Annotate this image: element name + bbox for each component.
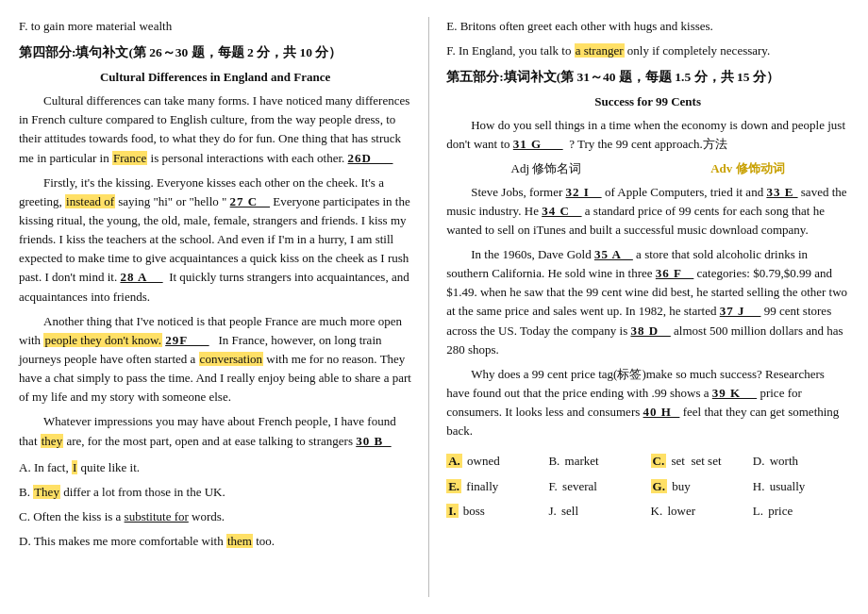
left-column: F. to gain more material wealth 第四部分:填句补… xyxy=(19,17,429,597)
right-column: E. Britons often greet each other with h… xyxy=(429,17,849,597)
opt-e-letter: E. xyxy=(446,479,461,493)
blank-40h: 40 H xyxy=(643,405,680,419)
options-container: A. owned B. market C. set set set D. wor… xyxy=(446,450,849,522)
opt-b: B. They differ a lot from those in the U… xyxy=(19,483,411,502)
opt-i-item: I. boss xyxy=(446,500,542,522)
adj-label: Adj 修饰名词 xyxy=(511,160,582,177)
blank-34c: 34 C xyxy=(542,204,581,218)
blank-33e: 33 E xyxy=(766,185,797,199)
opt-d: D. This makes me more comfortable with t… xyxy=(19,532,411,551)
blank-36f: 36 F xyxy=(656,266,693,280)
opt-f-letter: F. xyxy=(548,479,557,493)
instead-of-highlight: instead of xyxy=(65,194,115,208)
opt-g-item: G. buy xyxy=(651,475,747,497)
opt-d-letter: D. xyxy=(753,454,765,468)
blank-38d: 38 D xyxy=(630,324,670,338)
blank-26d: 26D___ xyxy=(348,151,393,165)
para1: Cultural differences can take many forms… xyxy=(19,91,411,168)
france-highlight: France xyxy=(112,151,147,165)
right-para1: How do you sell things in a time when th… xyxy=(446,116,849,154)
opt-h-item: H. usually xyxy=(753,475,849,497)
opt-l-letter: L. xyxy=(753,504,763,518)
right-para3: In the 1960s, Dave Gold 35 A a store tha… xyxy=(446,245,849,359)
opt-j-letter: J. xyxy=(548,504,556,518)
article1-title: Cultural Differences in England and Fran… xyxy=(19,68,411,87)
opt-b-they-highlight: They xyxy=(33,485,60,499)
section4-header: 第四部分:填句补文(第 26～30 题，每题 2 分，共 10 分） xyxy=(19,43,411,63)
para2: Firstly, it's the kissing. Everyone kiss… xyxy=(19,174,411,307)
blank-28a: 28 A xyxy=(120,270,162,284)
opt-a-item: A. owned xyxy=(446,450,542,472)
right-e-item: E. Britons often greet each other with h… xyxy=(446,17,849,36)
adv-label: Adv 修饰动词 xyxy=(710,160,784,177)
people-highlight: people they don't know. xyxy=(43,333,162,347)
stranger-highlight: a stranger xyxy=(575,43,625,58)
opt-a: A. In fact, I quite like it. xyxy=(19,458,411,477)
opt-i-letter: I. xyxy=(446,504,458,518)
opt-a-letter: A. xyxy=(446,454,462,468)
blank-39k: 39 K xyxy=(712,386,757,400)
substitute-underline: substitute for xyxy=(125,509,189,523)
opt-d-item: D. worth xyxy=(753,450,849,472)
para4: Whatever impressions you may have about … xyxy=(19,412,411,450)
they-highlight: they xyxy=(41,434,63,448)
opt-f-item: F. several xyxy=(548,475,644,497)
opt-k-item: K. lower xyxy=(651,500,747,522)
blank-30b: 30 B xyxy=(356,434,391,448)
opt-c-letter: C. xyxy=(651,454,667,468)
opt-j-item: J. sell xyxy=(548,500,644,522)
blank-35a: 35 A xyxy=(594,247,633,261)
options-grid: A. owned B. market C. set set set D. wor… xyxy=(446,450,849,522)
section5-header: 第五部分:填词补文(第 31～40 题，每题 1.5 分，共 15 分） xyxy=(446,68,849,88)
blank-37j: 37 J xyxy=(720,304,761,318)
opt-k-letter: K. xyxy=(651,504,663,518)
opt-b-item: B. market xyxy=(548,450,644,472)
para3: Another thing that I've noticed is that … xyxy=(19,312,411,407)
blank-27c: 27 C xyxy=(230,194,270,208)
conversation-highlight: conversation xyxy=(199,352,263,366)
blank-31g: 31 G___ xyxy=(513,137,563,151)
blank-32i: 32 I xyxy=(566,185,602,199)
right-f-item: F. In England, you talk to a stranger on… xyxy=(446,41,849,60)
opt-l-item: L. price xyxy=(753,500,849,522)
right-para2: Steve Jobs, former 32 I of Apple Compute… xyxy=(446,183,849,240)
article2-title: Success for 99 Cents xyxy=(446,92,849,111)
them-highlight: them xyxy=(226,534,253,548)
opt-c-item: C. set set set xyxy=(651,450,747,472)
opt-a-I-highlight: I xyxy=(72,460,77,474)
opt-b-letter: B. xyxy=(548,454,559,468)
opt-c: C. Often the kiss is a substitute for wo… xyxy=(19,507,411,526)
opt-h-letter: H. xyxy=(753,479,765,493)
opt-g-letter: G. xyxy=(651,479,667,493)
adj-adv-row: Adj 修饰名词 Adv 修饰动词 xyxy=(446,160,849,177)
f-item: F. to gain more material wealth xyxy=(19,17,411,36)
blank-29f: 29F___ xyxy=(165,333,209,347)
right-para4: Why does a 99 cent price tag(标签)make so … xyxy=(446,365,849,441)
opt-e-item: E. finally xyxy=(446,475,542,497)
